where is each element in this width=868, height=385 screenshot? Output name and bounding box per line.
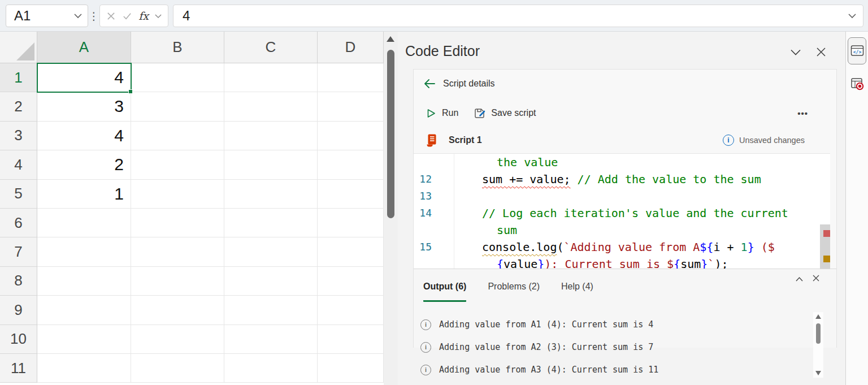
cell-A8[interactable]: [37, 267, 131, 296]
column-header-C[interactable]: C: [224, 32, 318, 63]
row-header-6[interactable]: 6: [0, 209, 37, 237]
cell-C1[interactable]: [224, 63, 318, 92]
code-token: value: [504, 257, 537, 269]
fill-handle[interactable]: [128, 89, 133, 94]
cell-B5[interactable]: [131, 180, 224, 209]
run-button[interactable]: Run: [426, 108, 458, 119]
formula-bar[interactable]: 4: [173, 5, 863, 27]
cell-D2[interactable]: [318, 92, 384, 121]
output-tab-0[interactable]: Output (6): [423, 282, 466, 302]
more-options-icon[interactable]: •••: [797, 109, 808, 118]
cell-B2[interactable]: [131, 92, 224, 121]
code-line-content: sum: [454, 222, 517, 239]
cell-A6[interactable]: [37, 209, 131, 237]
cell-A10[interactable]: [37, 325, 131, 354]
code-editor-area[interactable]: the value12sum += value; // Add the valu…: [414, 153, 830, 269]
confirm-entry-icon[interactable]: [122, 11, 132, 21]
grid-scrollbar-thumb[interactable]: [387, 50, 394, 218]
scroll-up-arrow-icon[interactable]: [387, 36, 394, 42]
collapse-panel-chevron-icon[interactable]: [790, 49, 801, 57]
cell-A7[interactable]: [37, 237, 131, 266]
close-output-icon[interactable]: [812, 274, 820, 282]
save-script-button[interactable]: Save script: [474, 107, 536, 119]
output-scrollbar-thumb[interactable]: [816, 323, 821, 344]
cell-C6[interactable]: [224, 209, 318, 237]
code-token: console.log: [482, 240, 557, 254]
row-header-9[interactable]: 9: [0, 296, 37, 325]
cell-D1[interactable]: [318, 63, 384, 92]
cell-B9[interactable]: [131, 296, 224, 325]
cell-B1[interactable]: [131, 63, 224, 92]
cell-A2[interactable]: 3: [37, 92, 131, 121]
cell-C4[interactable]: [224, 150, 318, 179]
row-header-11[interactable]: 11: [0, 354, 37, 383]
cell-D9[interactable]: [318, 296, 384, 325]
cell-A3[interactable]: 4: [37, 122, 131, 150]
code-line: 15console.log(`Adding value from A${i + …: [414, 239, 830, 256]
cell-B10[interactable]: [131, 325, 224, 354]
info-icon[interactable]: i: [723, 135, 734, 146]
select-all-corner[interactable]: [0, 32, 37, 63]
output-tab-2[interactable]: Help (4): [561, 282, 593, 302]
cell-C11[interactable]: [224, 354, 318, 383]
row-header-10[interactable]: 10: [0, 325, 37, 354]
cell-B11[interactable]: [131, 354, 224, 383]
column-header-A[interactable]: A: [37, 32, 131, 63]
cell-D8[interactable]: [318, 267, 384, 296]
row-header-7[interactable]: 7: [0, 237, 37, 266]
chevron-down-icon[interactable]: [74, 13, 82, 19]
column-header-B[interactable]: B: [131, 32, 224, 63]
cell-C7[interactable]: [224, 237, 318, 266]
script-card: Script details Run Save script •••: [413, 69, 837, 348]
row-header-5[interactable]: 5: [0, 180, 37, 209]
code-token: {: [497, 257, 504, 269]
record-actions-button[interactable]: [848, 72, 866, 95]
grid-vertical-scrollbar[interactable]: [384, 32, 398, 385]
cell-C5[interactable]: [224, 180, 318, 209]
cancel-entry-icon[interactable]: [106, 11, 116, 21]
code-editor-pane-button[interactable]: </>: [848, 37, 866, 64]
output-scrollbar[interactable]: [813, 312, 823, 378]
scroll-up-arrow-icon[interactable]: [815, 314, 821, 319]
row-header-2[interactable]: 2: [0, 92, 37, 121]
panel-title: Code Editor: [405, 43, 480, 59]
cell-A1[interactable]: 4: [37, 63, 131, 92]
cell-C3[interactable]: [224, 122, 318, 150]
expand-formula-bar-icon[interactable]: [848, 13, 856, 19]
cell-D11[interactable]: [318, 354, 384, 383]
name-box[interactable]: A1: [6, 5, 88, 27]
back-to-script-details[interactable]: Script details: [423, 73, 825, 94]
close-panel-icon[interactable]: [816, 47, 826, 57]
cell-D5[interactable]: [318, 180, 384, 209]
cell-D4[interactable]: [318, 150, 384, 179]
output-tab-1[interactable]: Problems (2): [488, 282, 540, 302]
cell-C2[interactable]: [224, 92, 318, 121]
cell-B7[interactable]: [131, 237, 224, 266]
row-header-4[interactable]: 4: [0, 150, 37, 179]
cell-D3[interactable]: [318, 122, 384, 150]
cell-A4[interactable]: 2: [37, 150, 131, 179]
cell-C10[interactable]: [224, 325, 318, 354]
cell-A11[interactable]: [37, 354, 131, 383]
cell-A9[interactable]: [37, 296, 131, 325]
row-header-1[interactable]: 1: [0, 63, 37, 92]
cell-D7[interactable]: [318, 237, 384, 266]
collapse-output-chevron-icon[interactable]: [795, 276, 804, 282]
scroll-down-arrow-icon[interactable]: [815, 371, 821, 375]
cell-B8[interactable]: [131, 267, 224, 296]
svg-text:</>: </>: [853, 50, 861, 55]
editor-scrollbar[interactable]: [820, 154, 830, 269]
column-header-D[interactable]: D: [318, 32, 384, 63]
cell-B4[interactable]: [131, 150, 224, 179]
cell-B6[interactable]: [131, 209, 224, 237]
row-header-8[interactable]: 8: [0, 267, 37, 296]
cell-A5[interactable]: 1: [37, 180, 131, 209]
cell-C8[interactable]: [224, 267, 318, 296]
cell-D6[interactable]: [318, 209, 384, 237]
row-header-3[interactable]: 3: [0, 122, 37, 150]
cell-B3[interactable]: [131, 122, 224, 150]
cell-D10[interactable]: [318, 325, 384, 354]
cell-C9[interactable]: [224, 296, 318, 325]
chevron-down-icon[interactable]: [155, 14, 162, 19]
insert-function-button[interactable]: fx: [138, 10, 149, 22]
